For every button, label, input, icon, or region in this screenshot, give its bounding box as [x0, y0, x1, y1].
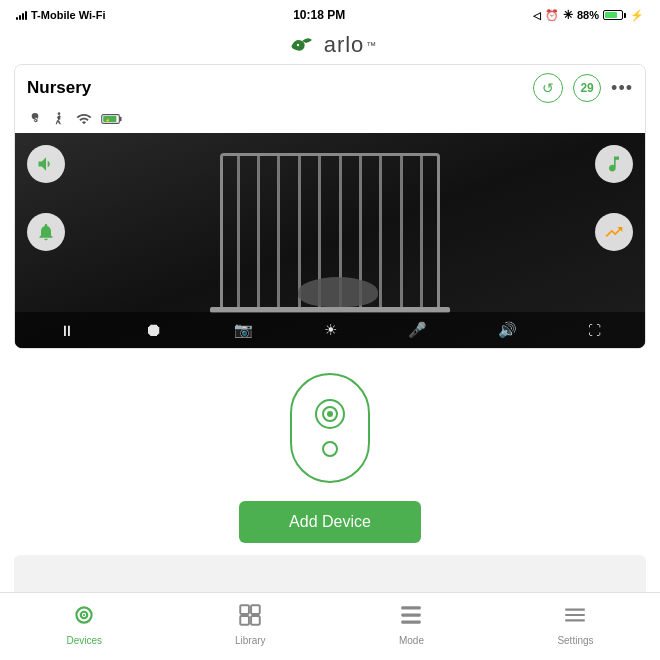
- charging-icon: ⚡: [630, 9, 644, 22]
- camera-title: Nursery: [27, 78, 91, 98]
- svg-rect-9: [240, 605, 249, 614]
- battery-icon: [603, 10, 626, 20]
- library-icon: [237, 602, 263, 632]
- mode-icon: [398, 602, 424, 632]
- location-icon: ◁: [533, 10, 541, 21]
- status-right: ◁ ⏰ ✳ 88% ⚡: [533, 8, 644, 22]
- hearing-icon: [27, 111, 43, 127]
- snapshot-button[interactable]: 📷: [234, 321, 253, 339]
- svg-rect-12: [251, 616, 260, 625]
- speaker-overlay-button[interactable]: [27, 145, 65, 183]
- volume-button[interactable]: 🔊: [498, 321, 517, 339]
- logo-bar: arlo ™: [0, 28, 660, 64]
- svg-rect-10: [251, 605, 260, 614]
- nav-item-settings[interactable]: Settings: [557, 602, 593, 646]
- carrier-label: T-Mobile Wi-Fi: [31, 9, 105, 21]
- device-lens-dot: [327, 411, 333, 417]
- device-lens-inner: [322, 406, 338, 422]
- add-device-section: Add Device: [0, 349, 660, 555]
- status-bar: T-Mobile Wi-Fi 10:18 PM ◁ ⏰ ✳ 88% ⚡: [0, 0, 660, 28]
- record-button[interactable]: ⏺: [145, 320, 163, 341]
- pause-button[interactable]: ⏸: [59, 322, 74, 339]
- count-badge[interactable]: 29: [573, 74, 601, 102]
- nav-label-library: Library: [235, 635, 266, 646]
- battery-status-icon: ⚡: [101, 112, 123, 126]
- more-options-button[interactable]: •••: [611, 78, 633, 99]
- replay-button[interactable]: ↺: [533, 73, 563, 103]
- device-lens-outer: [315, 399, 345, 429]
- nav-item-library[interactable]: Library: [235, 602, 266, 646]
- svg-point-1: [58, 112, 61, 115]
- nav-label-mode: Mode: [399, 635, 424, 646]
- settings-icon: [562, 602, 588, 632]
- status-left: T-Mobile Wi-Fi: [16, 9, 105, 21]
- camera-feed[interactable]: ⏸ ⏺ 📷 ☀ 🎤 🔊 ⛶: [15, 133, 645, 348]
- svg-rect-15: [402, 620, 422, 623]
- nav-label-settings: Settings: [557, 635, 593, 646]
- add-device-button[interactable]: Add Device: [239, 501, 421, 543]
- card-header-controls: ↺ 29 •••: [533, 73, 633, 103]
- time-label: 10:18 PM: [293, 8, 345, 22]
- arlo-trademark: ™: [366, 40, 376, 51]
- nav-item-mode[interactable]: Mode: [398, 602, 424, 646]
- svg-point-0: [296, 44, 298, 46]
- bell-overlay-button[interactable]: [27, 213, 65, 251]
- trend-overlay-button[interactable]: [595, 213, 633, 251]
- svg-rect-13: [402, 606, 422, 609]
- nav-item-devices[interactable]: Devices: [66, 602, 102, 646]
- devices-icon: [71, 602, 97, 632]
- wifi-icon: [75, 111, 93, 127]
- camera-status-icons: ⚡: [15, 109, 645, 133]
- signal-bars-icon: [16, 10, 27, 20]
- svg-rect-3: [119, 117, 121, 121]
- music-overlay-button[interactable]: [595, 145, 633, 183]
- svg-rect-14: [402, 613, 422, 616]
- baby-silhouette: [298, 277, 378, 307]
- arlo-logo: arlo ™: [284, 32, 377, 58]
- card-header: Nursery ↺ 29 •••: [15, 65, 645, 109]
- device-button-indicator: [322, 441, 338, 457]
- alarm-icon: ⏰: [545, 9, 559, 22]
- brightness-button[interactable]: ☀: [324, 321, 337, 339]
- walk-icon: [51, 111, 67, 127]
- arlo-bird-icon: [284, 34, 322, 56]
- svg-point-8: [83, 613, 85, 615]
- nav-label-devices: Devices: [66, 635, 102, 646]
- device-icon: [290, 373, 370, 483]
- arlo-text: arlo: [324, 32, 365, 58]
- video-controls-bar: ⏸ ⏺ 📷 ☀ 🎤 🔊 ⛶: [15, 312, 645, 348]
- camera-card: Nursery ↺ 29 ••• ⚡: [14, 64, 646, 349]
- bluetooth-icon: ✳: [563, 8, 573, 22]
- svg-rect-11: [240, 616, 249, 625]
- battery-percent: 88%: [577, 9, 599, 21]
- microphone-button[interactable]: 🎤: [408, 321, 427, 339]
- bottom-navigation: Devices Library Mode Settings: [0, 592, 660, 660]
- fullscreen-button[interactable]: ⛶: [588, 323, 601, 338]
